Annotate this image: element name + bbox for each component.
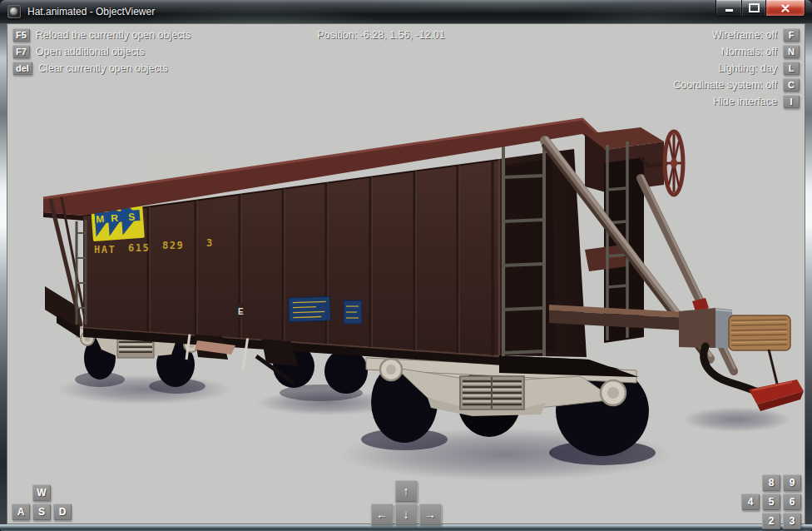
keycap-a: A: [12, 504, 30, 520]
svg-text:829: 829: [162, 240, 184, 251]
window-titlebar[interactable]: Hat.animated - ObjectViewer: [0, 0, 812, 23]
keycap-del: del: [12, 62, 32, 75]
viewport-3d[interactable]: M R S HAT 615 829 3 E: [7, 23, 805, 524]
hint-hide-interface: Hide interface I: [673, 95, 800, 108]
arrow-keys-hint: ↑ ← ↓ →: [371, 480, 442, 525]
keycap-f: F: [783, 28, 800, 42]
keycap-s: S: [32, 504, 51, 520]
svg-text:HAT: HAT: [94, 244, 116, 256]
svg-text:M: M: [96, 213, 105, 226]
keycap-i: I: [783, 95, 800, 108]
move-keys-hint: W A S D: [12, 484, 72, 520]
hint-normals: Normals: off N: [673, 45, 800, 58]
data-plate-large: [289, 296, 331, 322]
maximize-button[interactable]: [742, 0, 765, 17]
help-top-right: Wireframe: off F Normals: off N Lighting…: [673, 28, 800, 112]
keycap-n: N: [783, 45, 800, 58]
svg-text:S: S: [128, 211, 136, 223]
hint-lighting: Lighting: day L: [673, 62, 800, 75]
minimize-button[interactable]: [715, 0, 742, 17]
minimize-icon: [725, 9, 733, 12]
window-frame-left: [0, 23, 7, 524]
keycap-5: 5: [762, 494, 780, 510]
keycap-c: C: [783, 78, 800, 92]
keycap-d: D: [53, 504, 72, 520]
keycap-l: L: [783, 62, 800, 75]
hint-wireframe: Wireframe: off F: [673, 28, 800, 42]
svg-text:615: 615: [128, 242, 150, 254]
buffer-block: [729, 315, 790, 350]
coupling-hook-red: [749, 380, 804, 411]
load-mark: E: [238, 307, 244, 316]
help-top-left: F5 Reload the currently open objects F7 …: [12, 28, 191, 78]
app-icon[interactable]: [7, 5, 21, 18]
keycap-3: 3: [783, 513, 801, 529]
svg-text:R: R: [111, 212, 119, 225]
hint-open-additional: F7 Open additional objects: [12, 45, 191, 58]
hint-reload: F5 Reload the currently open objects: [12, 28, 191, 42]
window-title: Hat.animated - ObjectViewer: [27, 6, 155, 17]
keycap-2: 2: [762, 513, 780, 529]
keycap-8: 8: [762, 474, 780, 491]
close-icon: [781, 4, 790, 12]
keycap-9: 9: [783, 474, 801, 491]
keycap-4: 4: [741, 494, 760, 510]
keycap-6: 6: [783, 494, 801, 510]
hint-coordinate-system: Coordinate system: off C: [673, 78, 800, 92]
keycap-arrow-right: →: [419, 504, 442, 525]
numpad-keys-hint: 8 9 4 5 6 2 3: [741, 474, 801, 529]
window-frame-bottom: [0, 524, 812, 531]
window-frame-right: [805, 23, 812, 524]
keycap-arrow-down: ↓: [395, 504, 418, 525]
svg-text:3: 3: [206, 237, 214, 249]
keycap-f5: F5: [12, 28, 30, 42]
hint-clear: del Clear currently open objects: [12, 62, 191, 75]
objectviewer-window: Hat.animated - ObjectViewer: [0, 0, 812, 531]
keycap-w: W: [32, 484, 51, 501]
keycap-arrow-left: ←: [371, 504, 394, 525]
window-controls: [715, 0, 805, 17]
keycap-f7: F7: [12, 45, 30, 58]
keycap-arrow-up: ↑: [395, 480, 418, 502]
maximize-icon: [749, 3, 760, 12]
data-plate-small: [344, 300, 362, 324]
close-button[interactable]: [765, 0, 805, 17]
